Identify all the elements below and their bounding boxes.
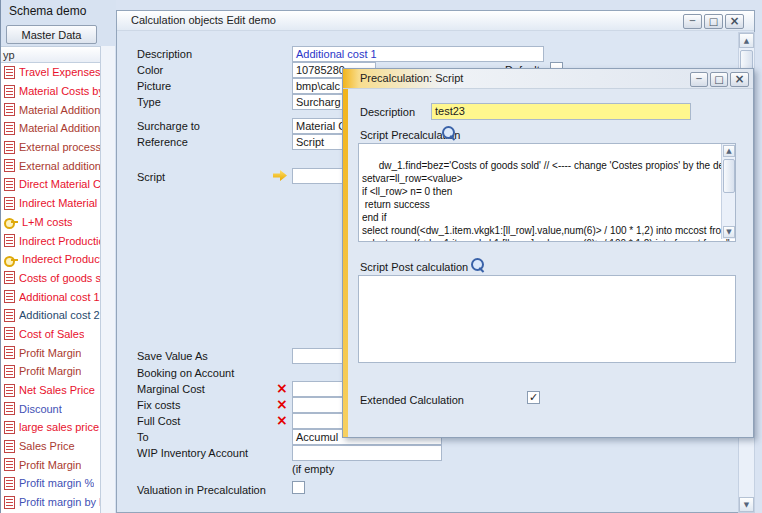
list-item-label: Material Additional C bbox=[19, 122, 100, 134]
code-scroll-up-icon[interactable]: ▲ bbox=[723, 145, 735, 157]
sheet-icon bbox=[4, 421, 15, 434]
fix-costs-required-icon bbox=[276, 397, 288, 411]
sheet-icon bbox=[4, 477, 15, 490]
list-item[interactable]: Additional cost 1 bbox=[1, 287, 100, 306]
list-item[interactable]: Material Costs by Bi bbox=[1, 82, 100, 101]
precalc-title: Precalculation: Script bbox=[360, 72, 463, 84]
list-item[interactable]: Travel Expenses bbox=[1, 63, 100, 82]
sheet-icon bbox=[4, 384, 15, 397]
description-label: Description bbox=[137, 48, 192, 60]
valuation-checkbox[interactable] bbox=[292, 481, 305, 494]
full-cost-required-icon bbox=[276, 413, 288, 427]
script-arrow-icon[interactable] bbox=[273, 170, 287, 181]
list-item[interactable]: Profit margin by ho bbox=[1, 493, 100, 512]
list-item[interactable]: Discount bbox=[1, 399, 100, 418]
precalc-minimize-icon[interactable] bbox=[690, 72, 708, 87]
list-item-label: Profit Margin bbox=[19, 347, 81, 359]
description-input[interactable]: Additional cost 1 bbox=[292, 46, 544, 62]
accent-stripe bbox=[343, 89, 348, 437]
script-post-calculation-label: Script Post calculation bbox=[360, 261, 468, 273]
list-item[interactable]: Profit Margin bbox=[1, 343, 100, 362]
list-item[interactable]: Indirect Material Co bbox=[1, 194, 100, 213]
schema-panel: Schema demo Master Data yp Travel Expens… bbox=[1, 0, 116, 513]
key-icon bbox=[4, 215, 18, 228]
list-item[interactable]: Profit Margin bbox=[1, 455, 100, 474]
list-item-label: Inderect Production bbox=[22, 253, 100, 265]
list-item[interactable]: L+M costs bbox=[1, 213, 100, 232]
precalc-close-icon[interactable] bbox=[730, 72, 749, 87]
list-item[interactable]: Inderect Production bbox=[1, 250, 100, 269]
sheet-icon bbox=[4, 103, 15, 116]
surcharge-to-label: Surcharge to bbox=[137, 120, 200, 132]
list-item-label: Sales Price bbox=[19, 440, 75, 452]
preview-postcalc-script-icon[interactable] bbox=[470, 257, 485, 272]
maximize-icon[interactable] bbox=[704, 14, 723, 29]
list-item[interactable]: Cost of Sales bbox=[1, 325, 100, 344]
sheet-icon bbox=[4, 234, 15, 247]
list-item-label: Additional cost 1 bbox=[19, 291, 100, 303]
list-item[interactable]: Material Additional C bbox=[1, 119, 100, 138]
sheet-icon bbox=[4, 85, 15, 98]
sheet-icon bbox=[4, 178, 15, 191]
list-item-label: Material Additional C bbox=[19, 104, 100, 116]
list-item[interactable]: Net Sales Price bbox=[1, 381, 100, 400]
app-window: Schema demo Master Data yp Travel Expens… bbox=[0, 0, 762, 513]
precalc-description-input[interactable]: test23 bbox=[431, 103, 691, 120]
close-icon[interactable] bbox=[725, 14, 744, 29]
precalc-maximize-icon[interactable] bbox=[710, 72, 728, 87]
wip-inventory-account-input[interactable] bbox=[292, 445, 442, 461]
wip-inventory-account-label: WIP Inventory Account bbox=[137, 447, 248, 459]
scroll-down-icon[interactable]: ▼ bbox=[739, 497, 754, 512]
sheet-icon bbox=[4, 290, 15, 303]
sheet-icon bbox=[4, 346, 15, 359]
script-precalculation-editor[interactable]: dw_1.find=bez='Costs of goods sold' // <… bbox=[358, 143, 736, 242]
code-scroll-down-icon[interactable]: ▼ bbox=[723, 226, 735, 238]
scroll-up-icon[interactable]: ▲ bbox=[739, 33, 754, 48]
list-item-label: Profit margin by ho bbox=[19, 496, 100, 508]
list-item-label: large sales price bbox=[19, 421, 99, 433]
list-item-label: Costs of goods sold bbox=[19, 272, 100, 284]
reference-label: Reference bbox=[137, 136, 188, 148]
list-item-label: Profit Margin bbox=[19, 459, 81, 471]
list-item[interactable]: large sales price bbox=[1, 418, 100, 437]
list-item-label: Indirect Production bbox=[19, 235, 100, 247]
sheet-icon bbox=[4, 122, 15, 135]
code-scrollbar-thumb[interactable] bbox=[723, 159, 735, 193]
list-item[interactable]: External additional c bbox=[1, 156, 100, 175]
list-item[interactable]: Material Additional C bbox=[1, 100, 100, 119]
script-post-calculation-editor[interactable] bbox=[358, 275, 736, 363]
minimize-icon[interactable] bbox=[683, 14, 702, 29]
list-item[interactable]: Direct Material Cost bbox=[1, 175, 100, 194]
list-item[interactable]: Costs of goods sold bbox=[1, 269, 100, 288]
list-item[interactable]: Indirect Production bbox=[1, 231, 100, 250]
list-item-label: External additional c bbox=[19, 160, 100, 172]
list-item[interactable]: External processing bbox=[1, 138, 100, 157]
list-item[interactable]: Profit Margin bbox=[1, 362, 100, 381]
type-column-header[interactable]: yp bbox=[1, 46, 100, 63]
list-item-label: Travel Expenses bbox=[19, 66, 100, 78]
booking-on-account-label: Booking on Account bbox=[137, 367, 234, 379]
sheet-icon bbox=[4, 365, 15, 378]
sheet-icon bbox=[4, 402, 15, 415]
sheet-icon bbox=[4, 496, 15, 509]
schema-object-list: Travel Expenses Material Costs by Bi Mat… bbox=[1, 63, 100, 513]
full-cost-label: Full Cost bbox=[137, 415, 180, 427]
marginal-cost-required-icon bbox=[276, 381, 288, 395]
tab-master-data[interactable]: Master Data bbox=[6, 25, 97, 44]
panel-title: Schema demo bbox=[9, 4, 86, 18]
list-item[interactable]: Sales Price bbox=[1, 437, 100, 456]
extended-calculation-checkbox[interactable] bbox=[527, 391, 540, 404]
sheet-icon bbox=[4, 271, 15, 284]
schema-list-scrollbar[interactable] bbox=[100, 46, 115, 513]
sheet-icon bbox=[4, 197, 15, 210]
edit-window-title: Calculation objects Edit demo bbox=[131, 14, 276, 26]
list-item[interactable]: Additional cost 2 bbox=[1, 306, 100, 325]
preview-precalc-script-icon[interactable] bbox=[441, 125, 456, 140]
save-value-as-label: Save Value As bbox=[137, 350, 208, 362]
list-item[interactable]: Profit margin % bbox=[1, 474, 100, 493]
fix-costs-label: Fix costs bbox=[137, 399, 180, 411]
precalculation-script-window: Precalculation: Script Description test2… bbox=[342, 68, 754, 438]
code-scrollbar[interactable]: ▲ ▼ bbox=[721, 144, 735, 239]
list-item-label: Net Sales Price bbox=[19, 384, 95, 396]
sheet-icon bbox=[4, 458, 15, 471]
